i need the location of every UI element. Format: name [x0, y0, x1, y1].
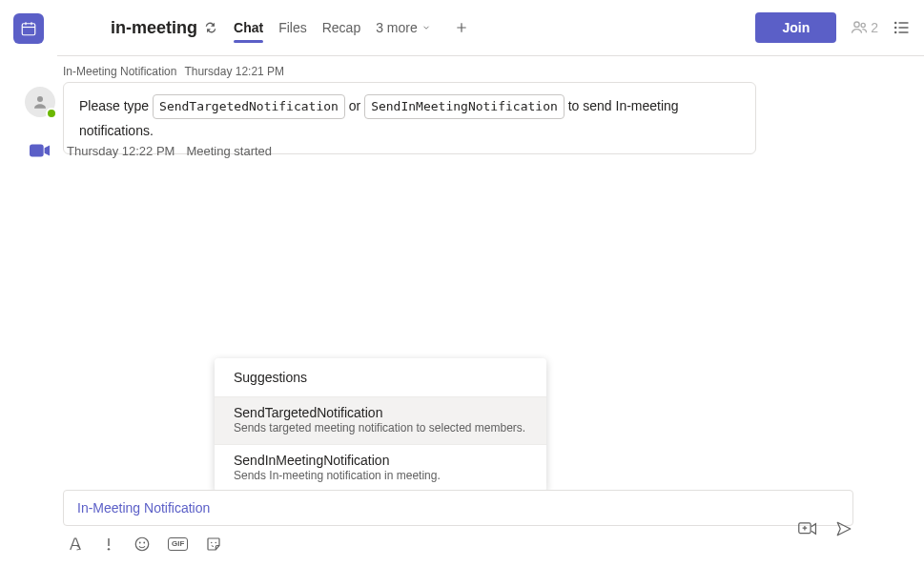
participant-count-value: 2 — [871, 20, 878, 35]
send-button[interactable] — [834, 520, 853, 541]
message-input[interactable] — [63, 490, 853, 526]
svg-point-5 — [861, 23, 865, 27]
chat-header: in-meeting Chat Files Recap 3 more Join … — [57, 0, 924, 56]
suggestion-desc: Sends In-meeting notification in meeting… — [234, 469, 527, 482]
priority-icon — [101, 536, 116, 553]
message-sender: In-Meeting Notification — [63, 65, 176, 78]
join-button[interactable]: Join — [755, 12, 836, 43]
gif-button[interactable]: GIF — [168, 537, 188, 551]
suggestion-item[interactable]: SendInMeetingNotification Sends In-meeti… — [215, 444, 546, 492]
inline-code-2: SendInMeetingNotification — [364, 94, 565, 119]
video-icon — [30, 143, 51, 158]
presence-available — [46, 108, 57, 119]
present-button[interactable] — [798, 520, 817, 541]
svg-point-10 — [894, 31, 897, 34]
format-icon — [67, 536, 84, 553]
sticker-button[interactable] — [205, 536, 222, 553]
format-button[interactable] — [67, 536, 84, 553]
meeting-started-event: Thursday 12:22 PM Meeting started — [25, 141, 272, 160]
svg-point-6 — [894, 22, 897, 25]
tab-files[interactable]: Files — [278, 3, 307, 52]
meeting-event-timestamp: Thursday 12:22 PM — [67, 144, 175, 158]
gif-icon: GIF — [168, 537, 188, 551]
svg-point-8 — [894, 27, 897, 30]
emoji-icon — [133, 536, 151, 553]
bot-avatar[interactable] — [25, 87, 55, 117]
svg-point-20 — [216, 542, 217, 544]
svg-point-4 — [854, 22, 859, 27]
message-text-mid: or — [345, 98, 364, 113]
svg-point-17 — [139, 542, 141, 544]
chevron-down-icon — [421, 23, 431, 32]
suggestion-desc: Sends targeted meeting notification to s… — [234, 421, 527, 435]
bot-icon — [31, 93, 49, 111]
emoji-button[interactable] — [133, 536, 151, 553]
participant-count[interactable]: 2 — [850, 18, 878, 37]
send-icon — [834, 520, 853, 537]
add-tab-button[interactable] — [446, 12, 477, 43]
suggestions-popup: Suggestions SendTargetedNotification Sen… — [215, 358, 546, 492]
chat-title: in-meeting — [111, 18, 197, 38]
svg-point-19 — [211, 542, 213, 544]
present-icon — [798, 520, 817, 537]
plus-icon — [454, 20, 469, 35]
svg-rect-13 — [30, 145, 44, 157]
suggestion-title: SendInMeetingNotification — [234, 453, 527, 468]
suggestion-title: SendTargetedNotification — [234, 405, 527, 420]
tab-more[interactable]: 3 more — [376, 3, 431, 52]
message-timestamp: Thursday 12:21 PM — [184, 65, 284, 78]
svg-point-15 — [108, 548, 110, 550]
loop-icon[interactable] — [203, 20, 218, 35]
list-icon[interactable] — [892, 18, 911, 37]
svg-point-16 — [135, 537, 149, 551]
tab-chat[interactable]: Chat — [234, 3, 263, 52]
message-text-pre: Please type — [79, 98, 153, 113]
sticker-icon — [205, 536, 222, 553]
svg-rect-0 — [22, 23, 35, 34]
priority-button[interactable] — [101, 536, 116, 553]
meeting-event-label: Meeting started — [186, 144, 272, 158]
people-icon — [850, 18, 869, 37]
svg-point-12 — [37, 96, 43, 102]
app-icon-calendar[interactable] — [13, 13, 44, 44]
tab-recap[interactable]: Recap — [322, 3, 360, 52]
suggestion-item[interactable]: SendTargetedNotification Sends targeted … — [215, 396, 546, 444]
svg-point-18 — [143, 542, 145, 544]
calendar-icon — [20, 20, 37, 37]
inline-code-1: SendTargetedNotification — [153, 94, 345, 119]
tab-more-label: 3 more — [376, 20, 418, 35]
suggestions-header: Suggestions — [215, 358, 546, 396]
